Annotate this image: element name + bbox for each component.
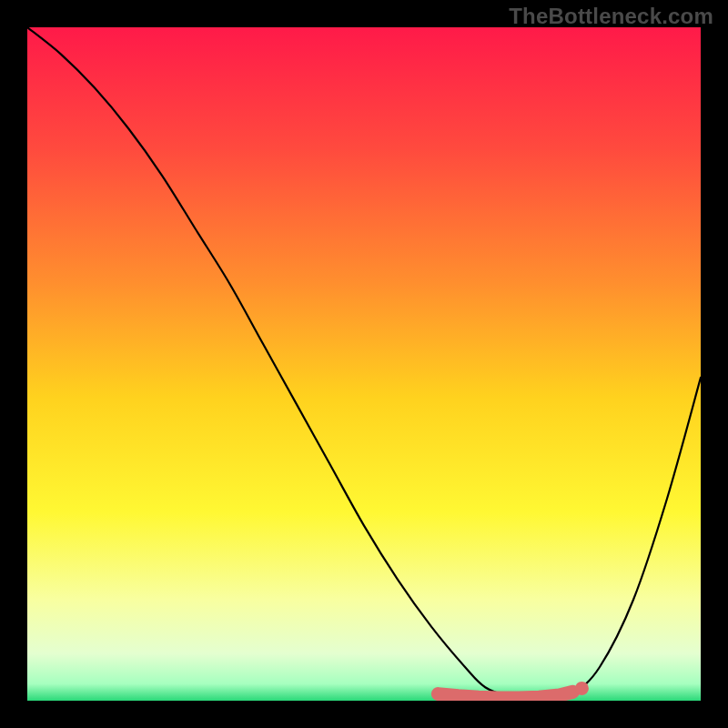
chart-frame: TheBottleneck.com [0, 0, 728, 728]
marker-layer [27, 27, 701, 701]
watermark-text: TheBottleneck.com [509, 4, 713, 29]
plot-area [27, 27, 701, 701]
optimal-end-dot [575, 682, 589, 695]
optimal-zone-markers [438, 682, 589, 698]
optimal-band [438, 692, 572, 698]
